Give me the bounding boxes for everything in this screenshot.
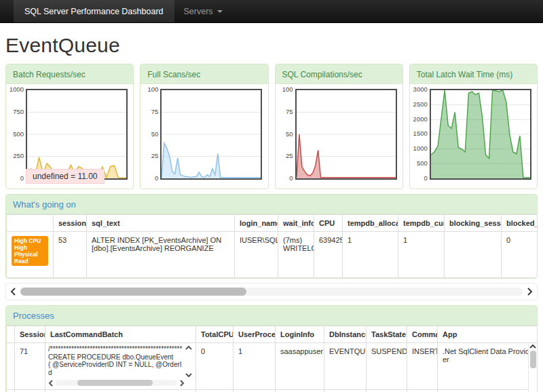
lastcommand-cell: SET QUOTED_IDENTIFIER ON USE [EVENTQUEUE… — [45, 390, 196, 392]
scroll-right-icon — [179, 380, 185, 387]
whats-going-on-panel: What's going on session_id sql_text logi… — [5, 194, 538, 279]
chart-panel-full-scans: Full Scans/sec 1007550250 — [140, 64, 268, 189]
chart-title: SQL Compilations/sec — [282, 70, 362, 79]
spacer-cell — [7, 390, 15, 392]
chart-tooltip: undefined = 11.00 — [26, 169, 105, 184]
chart-title: Batch Requests/sec — [13, 70, 86, 79]
cell-hscrollbar[interactable] — [48, 378, 193, 387]
column-header-cpu: CPU — [314, 215, 343, 232]
spacer-cell — [7, 343, 15, 390]
column-header-spacer — [7, 326, 15, 343]
processes-table: SessionId LastCommandBatch TotalCPU_ms U… — [6, 326, 538, 392]
dbinstance-cell: EVENTQUEUE — [324, 390, 367, 392]
processes-title[interactable]: Processes — [13, 311, 54, 321]
lastcommand-cell: /***************************************… — [45, 343, 196, 390]
hscrollbar-track[interactable] — [20, 288, 523, 296]
vscrollbar-thumb[interactable] — [530, 351, 536, 368]
status-badge: High CPU High Physical Read — [12, 236, 48, 266]
tempdb-allocations-cell: 1 — [343, 232, 398, 278]
sessionid-cell: 71 — [15, 343, 45, 390]
column-header-lastcommandbatch: LastCommandBatch — [45, 326, 196, 343]
column-header-wait-info: wait_info — [278, 215, 314, 232]
table-row: 53 SET QUOTED_IDENTIFIER ON USE [EVENTQU… — [7, 390, 538, 392]
taskstate-cell: SUSPENDED — [367, 343, 407, 390]
page-title: EventQueue — [5, 34, 543, 57]
processes-table-wrap: SessionId LastCommandBatch TotalCPU_ms U… — [6, 326, 537, 392]
processes-vscrollbar[interactable] — [528, 344, 537, 392]
navbar-brand[interactable]: SQL Server Performance Dashboard — [14, 0, 174, 22]
scroll-up-icon — [185, 345, 192, 351]
table-header-row: session_id sql_text login_name wait_info… — [7, 215, 538, 232]
sql-batch-scrollbox[interactable]: /***************************************… — [48, 345, 193, 387]
column-header-sessionid: SessionId — [15, 326, 45, 343]
y-axis-ticks: 1007550250 — [142, 85, 160, 182]
servers-menu-label: Servers — [184, 7, 213, 16]
chart-title: Full Scans/sec — [147, 70, 200, 79]
table-header-row: SessionId LastCommandBatch TotalCPU_ms U… — [7, 326, 538, 343]
scroll-left-icon[interactable] — [9, 287, 18, 296]
chart-title: Total Latch Wait Time (ms) — [417, 70, 513, 79]
column-header-userprocess: UserProcess — [233, 326, 276, 343]
plot-area — [160, 89, 262, 182]
blocked-session-count-cell: 0 — [502, 232, 538, 278]
column-header-logininfo: LoginInfo — [276, 326, 324, 343]
y-axis-ticks: 1007550250 — [277, 85, 295, 182]
column-header-taskstate: TaskState — [367, 326, 407, 343]
navbar: SQL Server Performance Dashboard Servers — [0, 0, 543, 23]
column-header-session-id: session_id — [54, 215, 87, 232]
plot-area — [26, 89, 128, 182]
wait-info-cell: (7ms) WRITELOG — [278, 232, 314, 278]
chevron-down-icon — [217, 10, 223, 13]
cell-vscrollbar[interactable] — [184, 345, 193, 378]
logininfo-cell: IUSER\SQL00249 — [276, 390, 324, 392]
column-header-totalcpu: TotalCPU_ms — [196, 326, 233, 343]
full-scans-area-chart: 1007550250 — [142, 89, 262, 182]
column-header-app: App — [438, 326, 538, 343]
cpu-cell: 6394250 — [314, 232, 343, 278]
whats-going-on-title[interactable]: What's going on — [13, 199, 76, 210]
column-header-dbinstance: DbInstance — [324, 326, 367, 343]
scroll-left-icon — [48, 380, 54, 387]
whats-going-on-table: session_id sql_text login_name wait_info… — [6, 214, 538, 278]
sql-batch-text: /***************************************… — [48, 345, 193, 377]
column-header-login-name: login_name — [235, 215, 278, 232]
sql-compilations-area-chart: 1007550250 — [277, 89, 397, 182]
blocking-session-id-cell — [445, 232, 502, 278]
column-header-blocked-session-count: blocked_session_c — [502, 215, 538, 232]
column-header-command: Command — [407, 326, 438, 343]
scroll-right-icon[interactable] — [525, 287, 534, 296]
column-header-sql-text: sql_text — [87, 215, 235, 232]
hscrollbar-thumb[interactable] — [20, 288, 246, 296]
chart-panel-sql-compilations: SQL Compilations/sec 1007550250 — [275, 64, 403, 189]
column-header-tempdb-current: tempdb_current — [398, 215, 445, 232]
latch-wait-area-chart: 300025002000150010005000 — [411, 89, 531, 182]
app-cell: SQLAgent - TSQL JobStep (Job 0x4BD071C2D… — [438, 390, 538, 392]
column-header-blocking-session-id: blocking_session_id — [445, 215, 502, 232]
chart-panel-latch-wait: Total Latch Wait Time (ms) 3000250020001… — [409, 64, 538, 189]
y-axis-ticks: 10007505002500 — [7, 85, 26, 182]
cell-hscrollbar-thumb[interactable] — [77, 380, 153, 386]
taskstate-cell: SUSPENDED — [367, 390, 407, 392]
whats-going-on-hscrollbar[interactable] — [5, 283, 538, 300]
scroll-up-icon — [529, 344, 536, 349]
batch-requests-area-chart: 10007505002500 — [7, 89, 128, 182]
tempdb-current-cell: 1 — [398, 232, 445, 278]
command-cell: INSERT — [407, 343, 438, 390]
table-row: High CPU High Physical Read 53 ALTER IND… — [7, 232, 538, 278]
session-id-cell: 53 — [54, 232, 87, 278]
userprocess-cell: 1 — [233, 343, 276, 390]
plot-area — [430, 89, 531, 182]
logininfo-cell: saasappuser — [276, 343, 324, 390]
command-cell: DBCC — [407, 390, 438, 392]
plot-area — [295, 89, 397, 182]
processes-panel: Processes SessionId LastCommandBatch Tot… — [5, 305, 538, 392]
totalcpu-cell: 0 — [196, 343, 233, 390]
cell-hscrollbar-track[interactable] — [56, 380, 177, 386]
sessionid-cell: 53 — [15, 390, 45, 392]
scroll-down-icon — [185, 372, 192, 378]
userprocess-cell: 1 — [233, 390, 276, 392]
servers-menu[interactable]: Servers — [174, 0, 232, 22]
column-header-badge — [7, 215, 54, 232]
y-axis-ticks: 300025002000150010005000 — [411, 85, 430, 182]
login-name-cell: IUSER\SQL00249 — [235, 232, 278, 278]
